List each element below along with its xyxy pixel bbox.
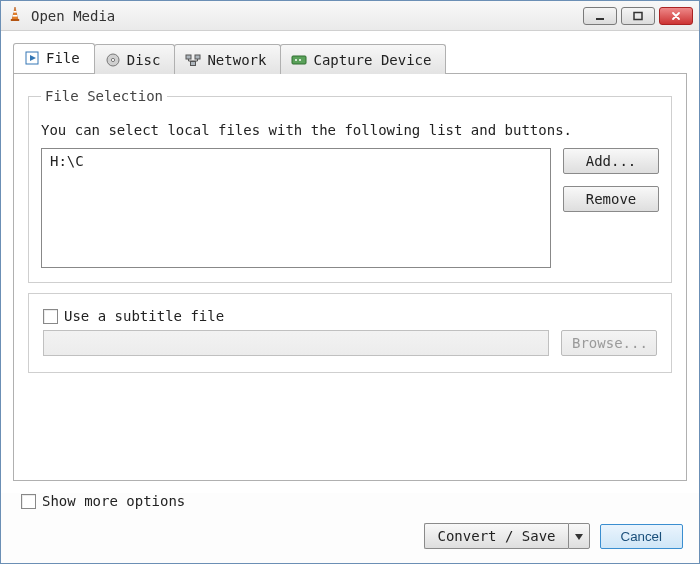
svg-marker-16 (575, 534, 583, 540)
browse-button[interactable]: Browse... (561, 330, 657, 356)
convert-save-button[interactable]: Convert / Save (424, 523, 589, 549)
close-button[interactable] (659, 7, 693, 25)
svg-rect-4 (596, 18, 604, 20)
add-button[interactable]: Add... (563, 148, 659, 174)
file-list-buttons: Add... Remove (563, 148, 659, 268)
maximize-button[interactable] (621, 7, 655, 25)
tab-page-file: File Selection You can select local file… (13, 73, 687, 481)
svg-rect-12 (191, 61, 196, 65)
tab-disc-label: Disc (127, 52, 161, 68)
tab-network[interactable]: Network (174, 44, 281, 74)
chevron-down-icon (574, 528, 584, 544)
show-more-label: Show more options (42, 493, 185, 509)
svg-rect-2 (13, 15, 18, 17)
client-area: File Disc Network (1, 31, 699, 493)
tab-disc[interactable]: Disc (94, 44, 176, 74)
svg-rect-5 (634, 12, 642, 19)
capture-device-icon (291, 52, 307, 68)
file-list-item[interactable]: H:\C (50, 153, 542, 169)
window-title: Open Media (31, 8, 115, 24)
svg-rect-11 (195, 55, 200, 59)
vlc-cone-icon (7, 6, 23, 25)
disc-icon (105, 52, 121, 68)
file-selection-group: File Selection You can select local file… (28, 88, 672, 283)
subtitle-path-field[interactable] (43, 330, 549, 356)
footer: Show more options Convert / Save Cancel (1, 493, 699, 563)
titlebar[interactable]: Open Media (1, 1, 699, 31)
remove-button[interactable]: Remove (563, 186, 659, 212)
file-selection-legend: File Selection (41, 88, 167, 104)
svg-point-14 (295, 59, 297, 61)
tab-network-label: Network (207, 52, 266, 68)
network-icon (185, 52, 201, 68)
svg-point-9 (111, 58, 114, 61)
file-selection-description: You can select local files with the foll… (41, 122, 659, 138)
minimize-button[interactable] (583, 7, 617, 25)
subtitle-group: Use a subtitle file Browse... (28, 293, 672, 373)
svg-rect-3 (11, 19, 19, 21)
show-more-checkbox[interactable] (21, 494, 36, 509)
svg-marker-0 (12, 7, 18, 20)
cancel-button[interactable]: Cancel (600, 524, 684, 549)
open-media-window: Open Media File (0, 0, 700, 564)
tab-bar: File Disc Network (13, 43, 687, 73)
convert-save-dropdown[interactable] (568, 523, 590, 549)
window-buttons (583, 7, 693, 25)
tab-file[interactable]: File (13, 43, 95, 73)
svg-rect-10 (186, 55, 191, 59)
svg-rect-1 (13, 11, 16, 13)
file-play-icon (24, 50, 40, 66)
subtitle-checkbox-label: Use a subtitle file (64, 308, 224, 324)
file-list[interactable]: H:\C (41, 148, 551, 268)
tab-capture[interactable]: Capture Device (280, 44, 446, 74)
subtitle-checkbox[interactable] (43, 309, 58, 324)
convert-save-label[interactable]: Convert / Save (424, 523, 567, 549)
tab-capture-label: Capture Device (313, 52, 431, 68)
tab-file-label: File (46, 50, 80, 66)
svg-point-15 (299, 59, 301, 61)
